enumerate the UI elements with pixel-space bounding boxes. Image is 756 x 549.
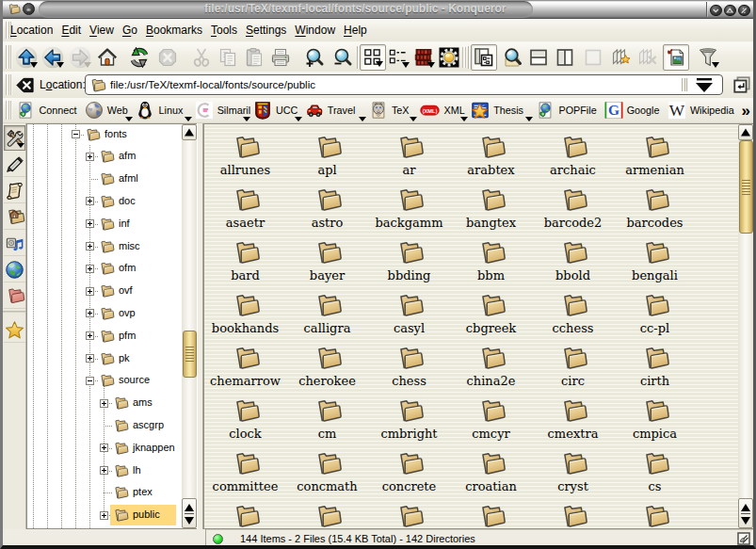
tree-row-source[interactable]: source (27, 370, 182, 391)
tree-expand-box[interactable] (86, 197, 94, 205)
folder-item-cm[interactable]: cm (286, 396, 368, 441)
folder-item-cmpica[interactable]: cmpica (614, 396, 696, 441)
bookmark-star-tab[interactable] (4, 317, 25, 343)
folder-item-bbm[interactable]: bbm (450, 237, 532, 283)
scroll-track[interactable] (182, 140, 197, 500)
bookmark-travel[interactable]: Travel (301, 99, 365, 121)
tree-row-inf[interactable]: inf (27, 214, 182, 234)
split-horizontal-button[interactable] (525, 44, 552, 71)
icon-view-button[interactable] (360, 44, 386, 71)
folder-item-archaic[interactable]: archaic (532, 132, 614, 177)
tree-item-label[interactable]: pk (119, 352, 130, 363)
folder-item-astro[interactable]: astro (286, 185, 368, 230)
find-button[interactable] (499, 44, 525, 71)
bookmark-connect[interactable]: Connect (12, 99, 80, 121)
menu-bookmarks[interactable]: Bookmarks (146, 24, 202, 37)
location-field[interactable]: file:/usr/TeX/texmf-local/fonts/source/p… (88, 77, 681, 92)
folder-item-concmath[interactable]: concmath (286, 448, 368, 493)
location-combobox[interactable]: file:/usr/TeX/texmf-local/fonts/source/p… (85, 74, 723, 95)
paste-button[interactable] (241, 44, 267, 71)
folder-item-china2e[interactable]: china2e (450, 343, 532, 388)
scroll-thumb[interactable] (183, 331, 197, 378)
filter-button[interactable] (695, 44, 721, 71)
folder-item-partial[interactable] (614, 501, 696, 529)
tree-row-jknappen[interactable]: jknappen (27, 438, 182, 459)
home-folder-tab[interactable] (4, 204, 25, 230)
tree-item-label[interactable]: ptex (133, 486, 153, 497)
dropdown-arrow-icon[interactable] (56, 62, 64, 68)
dropdown-arrow-icon[interactable] (376, 61, 383, 67)
tree-row-pk[interactable]: pk (27, 348, 182, 369)
up-arrow-button[interactable] (13, 44, 40, 71)
locationbar-grip[interactable] (6, 74, 12, 95)
menu-edit[interactable]: Edit (61, 24, 81, 37)
tree-item-label[interactable]: ofm (119, 262, 136, 273)
tree-expand-box[interactable] (86, 331, 94, 340)
dropdown-arrow-icon[interactable] (30, 62, 38, 68)
menu-settings[interactable]: Settings (246, 24, 286, 37)
bookmark-tex[interactable]: TeX (365, 99, 417, 121)
bookmark-google[interactable]: Google (601, 99, 664, 121)
folder-item-bbold[interactable]: bbold (532, 237, 614, 283)
scroll-updown-buttons[interactable] (182, 498, 197, 528)
bookmark-popfile[interactable]: POPFile (532, 99, 600, 121)
folder-item-barcodes[interactable]: barcodes (614, 185, 696, 230)
tree-item-label[interactable]: ascgrp (133, 419, 164, 430)
folder-item-cs[interactable]: cs (614, 448, 696, 493)
folder-item-circ[interactable]: circ (532, 343, 614, 388)
bookmark-wikipedia[interactable]: Wikipedia (664, 99, 734, 121)
folder-item-bangtex[interactable]: bangtex (450, 185, 532, 230)
folder-item-cchess[interactable]: cchess (532, 290, 614, 335)
tree-item-label[interactable]: ovf (119, 284, 133, 296)
folder-item-partial[interactable] (286, 501, 368, 529)
cut-button[interactable] (188, 44, 215, 71)
list-view-button[interactable] (385, 44, 411, 71)
folder-item-cc-pl[interactable]: cc-pl (614, 290, 696, 335)
tree-expand-box[interactable] (86, 242, 94, 250)
tree-item-label[interactable]: ovp (119, 307, 136, 318)
folder-item-bbding[interactable]: bbding (368, 237, 450, 283)
tree-row-lh[interactable]: lh (27, 460, 182, 481)
history-tab[interactable] (4, 178, 25, 203)
tree-row-ptex[interactable]: ptex (27, 482, 182, 503)
tree-scrollbar[interactable] (182, 123, 197, 529)
bookmark-silmaril[interactable]: Silmaril (191, 99, 249, 121)
tree-item-label[interactable]: afm (119, 150, 136, 161)
folder-item-apl[interactable]: apl (286, 132, 368, 177)
scroll-up-button[interactable] (182, 124, 197, 140)
tree-expand-box[interactable] (86, 354, 94, 363)
close-view-button[interactable] (580, 44, 606, 71)
folder-item-cmextra[interactable]: cmextra (532, 396, 614, 441)
image-preview-button[interactable] (663, 44, 689, 71)
menu-window[interactable]: Window (295, 24, 335, 37)
forward-arrow-button[interactable] (67, 44, 93, 71)
reload-button[interactable] (126, 44, 153, 71)
folder-item-casyl[interactable]: casyl (368, 290, 450, 335)
tree-item-label[interactable]: jknappen (133, 442, 175, 453)
tree-row-ovf[interactable]: ovf (27, 281, 182, 301)
show-sidebar-button[interactable] (471, 44, 497, 71)
copy-button[interactable] (215, 44, 241, 71)
menu-location[interactable]: Location (10, 24, 53, 37)
tree-row-ascgrp[interactable]: ascgrp (27, 415, 182, 436)
folder-item-partial[interactable] (532, 501, 614, 529)
tree-row-fonts[interactable]: fonts (27, 124, 182, 145)
bookmark-ucc[interactable]: UCC (249, 99, 301, 121)
folder-item-allrunes[interactable]: allrunes (204, 132, 286, 177)
main-scrollbar[interactable] (738, 123, 753, 529)
tree-item-label[interactable]: fonts (105, 128, 127, 139)
zoom-in-button[interactable] (301, 44, 328, 71)
folder-item-chemarrow[interactable]: chemarrow (204, 343, 286, 388)
split-vertical-button[interactable] (552, 44, 578, 71)
scroll-up-button[interactable] (738, 124, 753, 140)
folder-item-cirth[interactable]: cirth (614, 343, 696, 388)
print-button[interactable] (267, 44, 294, 71)
tree-item-label[interactable]: pfm (119, 330, 136, 341)
folder-item-calligra[interactable]: calligra (286, 290, 368, 335)
tree-collapse-box[interactable] (86, 377, 94, 385)
folder-item-partial[interactable] (450, 501, 532, 529)
minimize-button[interactable] (710, 5, 722, 17)
bookshelf-view-button[interactable] (410, 44, 437, 71)
tree-item-label[interactable]: public (133, 509, 160, 520)
dropdown-arrow-icon[interactable] (402, 62, 410, 68)
